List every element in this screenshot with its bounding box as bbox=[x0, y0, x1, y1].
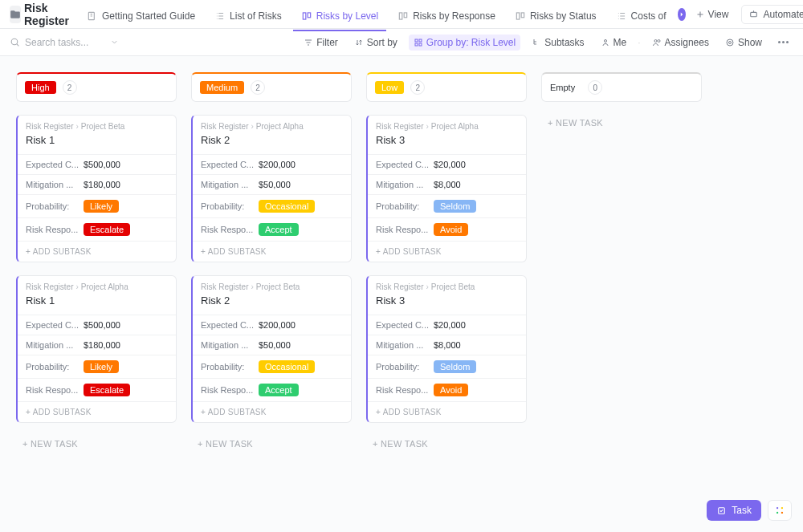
board-column: Medium2Risk Register›Project AlphaRisk 2… bbox=[191, 72, 352, 453]
column-header[interactable]: Empty0 bbox=[541, 72, 702, 102]
svg-point-23 bbox=[781, 507, 783, 509]
card-field: Mitigation ...$180,000 bbox=[18, 174, 176, 194]
new-task-button[interactable]: + NEW TASK bbox=[366, 434, 527, 453]
breadcrumb: Risk Register›Project Beta bbox=[376, 282, 518, 291]
card-field: Risk Respo...Avoid bbox=[368, 378, 526, 401]
board-column: Empty0+ NEW TASK bbox=[541, 72, 702, 132]
field-tag: Avoid bbox=[434, 223, 468, 236]
field-tag: Likely bbox=[84, 200, 119, 213]
card-field: Probability:Occasional bbox=[193, 355, 351, 378]
card-field: Probability:Seldom bbox=[368, 194, 526, 217]
me-button[interactable]: Me bbox=[596, 35, 632, 51]
field-label: Mitigation ... bbox=[376, 180, 434, 189]
tab-risks-by-level[interactable]: Risks by Level bbox=[293, 2, 386, 31]
task-card[interactable]: Risk Register›Project BetaRisk 2Expected… bbox=[191, 275, 352, 423]
tab-getting-started[interactable]: Getting Started Guide bbox=[79, 2, 203, 31]
tab-list-of-risks[interactable]: List of Risks bbox=[206, 2, 290, 31]
field-tag: Escalate bbox=[84, 384, 130, 396]
add-subtask-button[interactable]: + ADD SUBTASK bbox=[368, 401, 526, 422]
column-label: Low bbox=[375, 81, 404, 94]
task-card[interactable]: Risk Register›Project BetaRisk 1Expected… bbox=[16, 115, 177, 262]
tab-label: Getting Started Guide bbox=[102, 10, 195, 22]
breadcrumb: Risk Register›Project Beta bbox=[201, 282, 343, 291]
svg-point-20 bbox=[728, 41, 731, 43]
task-card[interactable]: Risk Register›Project BetaRisk 3Expected… bbox=[366, 275, 527, 423]
field-label: Expected C... bbox=[201, 160, 259, 169]
card-field: Mitigation ...$8,000 bbox=[368, 174, 526, 194]
card-field: Mitigation ...$50,000 bbox=[193, 335, 351, 355]
new-task-button[interactable]: + NEW TASK bbox=[16, 434, 177, 453]
field-tag: Seldom bbox=[434, 360, 476, 373]
search-box[interactable] bbox=[10, 37, 138, 48]
apps-fab[interactable] bbox=[768, 500, 792, 521]
toolbar: Filter Sort by Group by: Risk Level Subt… bbox=[0, 29, 803, 56]
chevron-down-icon[interactable] bbox=[110, 38, 119, 47]
field-value: $50,000 bbox=[259, 340, 291, 350]
add-subtask-button[interactable]: + ADD SUBTASK bbox=[368, 241, 526, 262]
task-card[interactable]: Risk Register›Project AlphaRisk 1Expecte… bbox=[16, 275, 177, 423]
svg-rect-7 bbox=[751, 12, 757, 16]
field-label: Expected C... bbox=[376, 160, 434, 169]
field-tag: Escalate bbox=[84, 223, 130, 236]
group-by-button[interactable]: Group by: Risk Level bbox=[409, 35, 520, 51]
card-field: Expected C...$200,000 bbox=[193, 154, 351, 174]
board-column: High2Risk Register›Project BetaRisk 1Exp… bbox=[16, 72, 177, 453]
new-task-button[interactable]: + NEW TASK bbox=[541, 113, 702, 132]
field-value: $200,000 bbox=[259, 160, 296, 169]
add-subtask-button[interactable]: + ADD SUBTASK bbox=[18, 241, 176, 262]
automate-label: Automate bbox=[763, 9, 803, 20]
task-card[interactable]: Risk Register›Project AlphaRisk 3Expecte… bbox=[366, 115, 527, 262]
add-subtask-button[interactable]: + ADD SUBTASK bbox=[18, 401, 176, 422]
column-header[interactable]: Low2 bbox=[366, 72, 527, 102]
field-label: Mitigation ... bbox=[26, 180, 84, 189]
field-label: Probability: bbox=[26, 362, 84, 372]
field-label: Mitigation ... bbox=[26, 340, 84, 350]
column-count: 2 bbox=[410, 80, 425, 95]
search-icon bbox=[10, 37, 20, 47]
tab-label: Costs of bbox=[631, 10, 666, 22]
breadcrumb: Risk Register›Project Alpha bbox=[376, 122, 518, 131]
filter-button[interactable]: Filter bbox=[299, 35, 343, 51]
subtasks-button[interactable]: Subtasks bbox=[527, 35, 589, 51]
svg-rect-14 bbox=[415, 43, 418, 46]
add-view-label: View bbox=[708, 9, 729, 20]
tab-risks-by-response[interactable]: Risks by Response bbox=[389, 2, 503, 31]
card-field: Risk Respo...Accept bbox=[193, 378, 351, 401]
field-label: Probability: bbox=[26, 201, 84, 211]
field-value: $500,000 bbox=[84, 160, 120, 169]
add-subtask-button[interactable]: + ADD SUBTASK bbox=[193, 241, 351, 262]
field-tag: Accept bbox=[259, 223, 299, 236]
field-label: Probability: bbox=[201, 201, 259, 211]
new-task-button[interactable]: + NEW TASK bbox=[191, 434, 352, 453]
sort-button[interactable]: Sort by bbox=[349, 35, 402, 51]
column-header[interactable]: High2 bbox=[16, 72, 177, 102]
new-task-fab[interactable]: Task bbox=[707, 500, 761, 521]
field-label: Risk Respo... bbox=[376, 225, 434, 234]
card-title: Risk 1 bbox=[26, 134, 168, 146]
tab-risks-by-status[interactable]: Risks by Status bbox=[507, 2, 605, 31]
field-label: Mitigation ... bbox=[201, 180, 259, 189]
svg-point-25 bbox=[781, 512, 783, 514]
svg-point-19 bbox=[727, 39, 733, 46]
card-field: Risk Respo...Escalate bbox=[18, 378, 176, 401]
add-view-button[interactable]: View bbox=[689, 6, 736, 23]
card-field: Risk Respo...Escalate bbox=[18, 217, 176, 241]
field-tag: Occasional bbox=[259, 360, 315, 373]
card-field: Expected C...$20,000 bbox=[368, 154, 526, 174]
show-button[interactable]: Show bbox=[720, 35, 767, 51]
search-input[interactable] bbox=[25, 37, 105, 48]
column-header[interactable]: Medium2 bbox=[191, 72, 352, 102]
breadcrumb: Risk Register›Project Alpha bbox=[26, 282, 168, 291]
assignees-button[interactable]: Assignees bbox=[647, 35, 714, 51]
tab-costs-partial[interactable]: Costs of bbox=[608, 2, 675, 31]
add-subtask-button[interactable]: + ADD SUBTASK bbox=[193, 401, 351, 422]
kanban-board: High2Risk Register›Project BetaRisk 1Exp… bbox=[0, 56, 803, 532]
more-tabs-icon[interactable] bbox=[678, 8, 686, 21]
more-options-button[interactable] bbox=[773, 39, 793, 46]
task-card[interactable]: Risk Register›Project AlphaRisk 2Expecte… bbox=[191, 115, 352, 262]
automate-button[interactable]: Automate bbox=[741, 5, 803, 24]
column-count: 2 bbox=[251, 80, 265, 95]
field-label: Probability: bbox=[376, 201, 434, 211]
page-title: Risk Register bbox=[24, 2, 69, 27]
card-title: Risk 1 bbox=[26, 294, 168, 307]
